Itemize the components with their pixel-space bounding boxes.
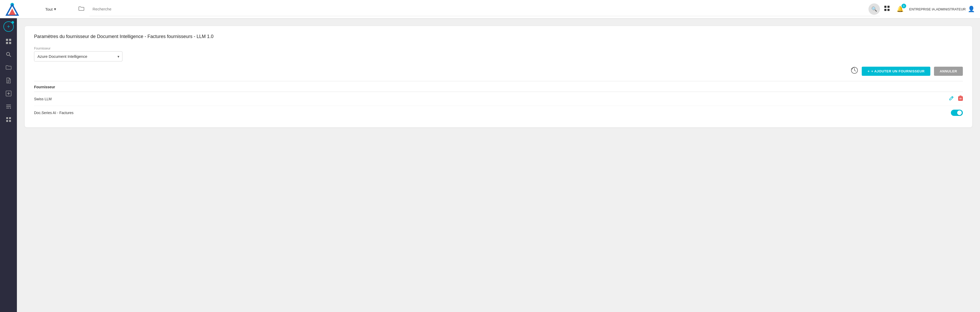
fournisseur-select-wrapper: Azure Document Intelligence Google Docum… xyxy=(34,51,123,61)
settings-card: Paramètres du fournisseur de Document In… xyxy=(25,26,972,127)
edit-icon xyxy=(949,96,954,101)
row-0-name: Swiss LLM xyxy=(34,97,949,101)
svg-rect-6 xyxy=(888,9,889,11)
search-container: 🔍 xyxy=(89,2,880,16)
grid-icon xyxy=(884,5,890,11)
notification-button[interactable]: 🔔 0 xyxy=(896,5,905,14)
layout: + xyxy=(0,18,980,312)
main-content: Paramètres du fournisseur de Document In… xyxy=(17,18,980,312)
history-icon xyxy=(851,67,858,74)
row-0-actions xyxy=(949,96,963,102)
svg-rect-8 xyxy=(9,39,11,41)
svg-line-12 xyxy=(10,55,11,57)
magnify-icon xyxy=(6,52,11,57)
sidebar-item-folder[interactable] xyxy=(3,61,14,74)
grid-view-button[interactable] xyxy=(883,5,891,14)
search-icon: 🔍 xyxy=(871,6,877,12)
add-doc-icon xyxy=(6,91,11,96)
fournisseur-field-label: Fournisseur xyxy=(34,46,963,50)
table-header-label: Fournisseur xyxy=(34,85,55,89)
table-header-row: Fournisseur xyxy=(34,81,963,92)
svg-point-11 xyxy=(6,52,10,56)
user-avatar-icon: 👤 xyxy=(968,6,975,13)
svg-rect-26 xyxy=(9,120,11,122)
sidebar-add-button[interactable]: + xyxy=(3,21,14,32)
sidebar-item-grid[interactable] xyxy=(3,114,14,126)
card-title: Paramètres du fournisseur de Document In… xyxy=(34,34,963,39)
table-row: Swiss LLM xyxy=(34,92,963,106)
svg-rect-9 xyxy=(6,42,8,44)
search-input[interactable] xyxy=(89,5,867,13)
sidebar-grid-icon xyxy=(6,117,11,122)
user-label: ENTREPRISE IA,ADMINISTRATEUR xyxy=(909,7,966,11)
svg-rect-7 xyxy=(6,39,8,41)
user-info[interactable]: ENTREPRISE IA,ADMINISTRATEUR 👤 xyxy=(909,6,975,13)
sidebar-item-search[interactable] xyxy=(3,48,14,61)
svg-line-28 xyxy=(952,97,953,98)
sidebar-item-list[interactable] xyxy=(3,101,14,112)
svg-rect-25 xyxy=(6,120,8,122)
folder-icon xyxy=(6,65,11,70)
table-section: Fournisseur Swiss LLM xyxy=(34,81,963,120)
svg-rect-24 xyxy=(9,117,11,119)
row-0-delete-button[interactable] xyxy=(958,96,963,102)
chevron-down-icon: ▾ xyxy=(54,7,56,11)
document-icon xyxy=(6,78,11,83)
sidebar-item-dashboard[interactable] xyxy=(3,35,14,47)
svg-rect-23 xyxy=(6,117,8,119)
search-button[interactable]: 🔍 xyxy=(869,3,880,15)
fournisseur-field: Fournisseur Azure Document Intelligence … xyxy=(34,46,963,61)
topnav: Tout ▾ 🔍 🔔 0 ENTREPRISE IA,ADMINISTRATEU… xyxy=(0,0,980,18)
nav-right: 🔔 0 ENTREPRISE IA,ADMINISTRATEUR 👤 xyxy=(883,5,975,14)
notification-badge: 0 xyxy=(902,4,906,8)
tout-dropdown[interactable]: Tout ▾ xyxy=(42,5,73,13)
add-supplier-label: + AJOUTER UN FOURNISSEUR xyxy=(871,69,924,73)
plus-icon: + xyxy=(867,69,870,73)
logo-icon xyxy=(5,2,19,16)
svg-point-22 xyxy=(10,107,11,109)
row-0-edit-button[interactable] xyxy=(949,96,954,102)
svg-rect-3 xyxy=(885,6,886,8)
table-row: Doc.Series AI - Factures xyxy=(34,106,963,120)
row-1-actions xyxy=(951,110,963,116)
add-icon: + xyxy=(7,24,10,30)
svg-rect-4 xyxy=(888,6,889,8)
dashboard-icon xyxy=(6,38,11,44)
cancel-label: ANNULER xyxy=(940,69,957,73)
sidebar: + xyxy=(0,18,17,312)
add-supplier-button[interactable]: + + AJOUTER UN FOURNISSEUR xyxy=(862,67,930,76)
history-button[interactable] xyxy=(851,67,858,76)
row-1-toggle[interactable] xyxy=(951,110,963,116)
svg-rect-10 xyxy=(9,42,11,44)
svg-rect-5 xyxy=(885,9,886,11)
trash-icon xyxy=(958,96,963,101)
tout-label: Tout xyxy=(45,7,52,11)
fournisseur-select[interactable]: Azure Document Intelligence Google Docum… xyxy=(34,51,123,61)
toggle-slider xyxy=(951,110,963,116)
logo-area xyxy=(5,2,39,16)
list-icon xyxy=(6,104,11,109)
row-1-name: Doc.Series AI - Factures xyxy=(34,111,951,115)
folder-icon-button[interactable] xyxy=(76,5,86,13)
sidebar-item-document[interactable] xyxy=(3,75,14,86)
actions-row: + + AJOUTER UN FOURNISSEUR ANNULER xyxy=(34,67,963,76)
sidebar-item-add-doc[interactable] xyxy=(3,88,14,99)
cancel-button[interactable]: ANNULER xyxy=(934,67,963,76)
